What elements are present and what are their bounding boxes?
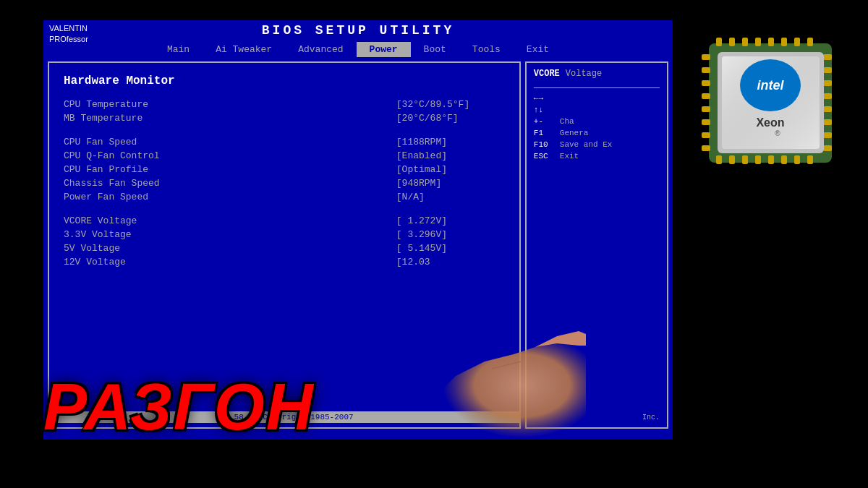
svg-rect-16	[807, 155, 813, 164]
row-cpu-fan-speed: CPU Fan Speed [1188RPM]	[64, 137, 505, 147]
tab-main[interactable]: Main	[154, 42, 203, 57]
label-power-fan-speed: Power Fan Speed	[64, 192, 208, 202]
right-panel-header: VCORE Voltage	[534, 69, 602, 79]
help-key-f10: F10	[534, 140, 556, 149]
divider	[534, 87, 660, 88]
svg-text:Xeon: Xeon	[756, 116, 784, 129]
svg-rect-29	[823, 106, 832, 112]
svg-rect-5	[768, 38, 774, 46]
label-cpu-qfan: CPU Q-Fan Control	[64, 150, 208, 161]
spacer-2	[64, 205, 505, 215]
svg-text:intel: intel	[757, 78, 784, 93]
intel-chip-svg: intel Xeon ®	[694, 22, 854, 181]
value-cpu-fan-profile: [Optimal]	[396, 164, 505, 175]
help-desc-pm: Cha	[560, 117, 574, 126]
svg-rect-23	[702, 132, 710, 138]
svg-rect-25	[823, 54, 832, 60]
label-cpu-temp: CPU Temperature	[64, 99, 208, 110]
value-mb-temp: [20°C/68°F]	[396, 113, 505, 124]
svg-rect-22	[702, 119, 710, 125]
bios-title: BIOS SETUP UTILITY	[262, 23, 454, 38]
row-cpu-temp: CPU Temperature [32°C/89.5°F]	[64, 99, 505, 110]
label-mb-temp: MB Temperature	[64, 113, 208, 124]
tab-tools[interactable]: Tools	[459, 42, 514, 57]
svg-rect-30	[823, 119, 832, 125]
label-cpu-fan-profile: CPU Fan Profile	[64, 164, 208, 175]
help-desc-f1: Genera	[560, 129, 589, 137]
hand-overlay	[311, 275, 586, 448]
help-row-f10: F10 Save and Ex	[534, 140, 613, 149]
watermark-line1: VALENTIN	[49, 23, 88, 34]
tab-ai-tweaker[interactable]: Ai Tweaker	[203, 42, 285, 57]
tab-bar: Main Ai Tweaker Advanced Power Boot Tool…	[43, 40, 673, 57]
value-12v: [12.03	[396, 257, 505, 267]
row-12v: 12V Voltage [12.03	[64, 257, 505, 267]
svg-text:®: ®	[775, 129, 780, 137]
intel-chip: intel Xeon ®	[694, 22, 854, 181]
value-chassis-fan-speed: [948RPM]	[396, 178, 505, 189]
svg-rect-21	[702, 106, 710, 112]
row-vcore: VCORE Voltage [ 1.272V]	[64, 215, 505, 226]
svg-rect-27	[823, 80, 832, 86]
row-chassis-fan-speed: Chassis Fan Speed [948RPM]	[64, 178, 505, 189]
label-5v: 5V Voltage	[64, 243, 208, 254]
svg-rect-3	[742, 38, 748, 46]
razgon-text: РАЗГОН	[43, 370, 315, 445]
help-row-arrows: ←→	[534, 94, 560, 103]
watermark: VALENTIN PROfessor	[49, 23, 88, 46]
label-33v: 3.3V Voltage	[64, 229, 208, 240]
label-vcore: VCORE Voltage	[64, 215, 208, 226]
help-key-esc: ESC	[534, 152, 556, 160]
svg-rect-13	[768, 155, 774, 164]
svg-rect-24	[702, 145, 710, 151]
svg-rect-32	[823, 145, 832, 151]
tab-advanced[interactable]: Advanced	[285, 42, 356, 57]
screen: VALENTIN PROfessor BIOS SETUP UTILITY Ma…	[0, 0, 868, 488]
svg-rect-31	[823, 132, 832, 138]
svg-rect-2	[729, 38, 735, 46]
right-voltage-label: Voltage	[566, 69, 602, 79]
help-row-updown: ↑↓	[534, 106, 560, 114]
row-power-fan-speed: Power Fan Speed [N/A]	[64, 192, 505, 202]
help-row-f1: F1 Genera	[534, 129, 589, 137]
svg-rect-10	[729, 155, 735, 164]
help-key-pm: +-	[534, 117, 556, 126]
svg-rect-26	[823, 67, 832, 73]
help-key-ud: ↑↓	[534, 106, 556, 114]
label-12v: 12V Voltage	[64, 257, 208, 267]
value-33v: [ 3.296V]	[396, 229, 505, 240]
row-cpu-qfan: CPU Q-Fan Control [Enabled]	[64, 150, 505, 161]
svg-rect-15	[794, 155, 800, 164]
help-row-plusminus: +- Cha	[534, 117, 574, 126]
value-cpu-fan-speed: [1188RPM]	[396, 137, 505, 147]
row-5v: 5V Voltage [ 5.145V]	[64, 243, 505, 254]
row-cpu-fan-profile: CPU Fan Profile [Optimal]	[64, 164, 505, 175]
help-key-f1: F1	[534, 129, 556, 137]
value-vcore: [ 1.272V]	[396, 215, 505, 226]
tab-boot[interactable]: Boot	[411, 42, 459, 57]
spacer-1	[64, 127, 505, 137]
section-title: Hardware Monitor	[64, 74, 505, 87]
help-desc-f10: Save and Ex	[560, 140, 613, 149]
svg-rect-17	[702, 54, 710, 60]
help-key-lr: ←→	[534, 94, 556, 103]
help-row-esc: ESC Exit	[534, 152, 579, 160]
svg-rect-1	[716, 38, 722, 46]
svg-rect-11	[742, 155, 748, 164]
label-chassis-fan-speed: Chassis Fan Speed	[64, 178, 208, 189]
svg-rect-4	[755, 38, 761, 46]
svg-rect-6	[781, 38, 787, 46]
row-33v: 3.3V Voltage [ 3.296V]	[64, 229, 505, 240]
value-cpu-qfan: [Enabled]	[396, 150, 505, 161]
tab-power[interactable]: Power	[357, 42, 411, 57]
bios-header: BIOS SETUP UTILITY	[43, 20, 673, 40]
watermark-line2: PROfessor	[49, 34, 88, 45]
svg-rect-14	[781, 155, 787, 164]
svg-rect-19	[702, 80, 710, 86]
row-mb-temp: MB Temperature [20°C/68°F]	[64, 113, 505, 124]
svg-rect-28	[823, 93, 832, 99]
svg-rect-18	[702, 67, 710, 73]
value-power-fan-speed: [N/A]	[396, 192, 505, 202]
svg-rect-7	[794, 38, 800, 46]
tab-exit[interactable]: Exit	[514, 42, 562, 57]
